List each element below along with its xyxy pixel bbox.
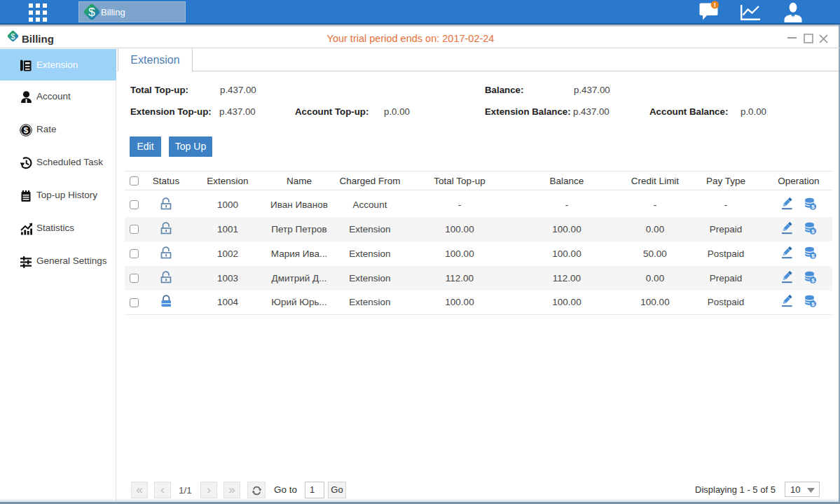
- svg-text:$: $: [88, 6, 95, 19]
- svg-text:!: !: [714, 1, 716, 8]
- svg-text:$: $: [24, 126, 29, 134]
